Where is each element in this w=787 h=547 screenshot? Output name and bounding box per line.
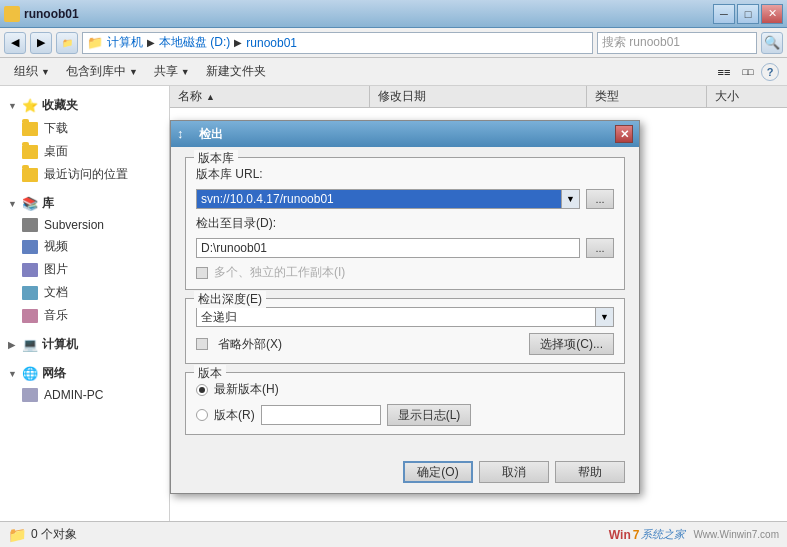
omit-external-checkbox[interactable] bbox=[196, 338, 208, 350]
dialog-title-bar: ↕ 检出 ✕ bbox=[171, 121, 639, 147]
repo-url-input-group: ▼ bbox=[196, 189, 580, 209]
download-folder-icon bbox=[22, 122, 38, 136]
win7-logo-text2: 7 bbox=[633, 528, 640, 542]
depth-dropdown-input[interactable]: 全递归 bbox=[196, 307, 596, 327]
new-folder-button[interactable]: 新建文件夹 bbox=[200, 61, 272, 83]
depth-dropdown-button[interactable]: ▼ bbox=[596, 307, 614, 327]
favorites-header[interactable]: ▼ ⭐ 收藏夹 bbox=[0, 94, 169, 117]
path-localdisk[interactable]: 本地磁盘 (D:) bbox=[159, 34, 230, 51]
toolbar-right: ≡≡ □□ ? bbox=[713, 61, 779, 83]
sidebar-item-desktop[interactable]: 桌面 bbox=[0, 140, 169, 163]
revision-row: 版本(R) 显示日志(L) bbox=[196, 404, 614, 426]
latest-version-row: 最新版本(H) bbox=[196, 381, 614, 398]
libraries-header[interactable]: ▼ 📚 库 bbox=[0, 192, 169, 215]
window-icon bbox=[4, 6, 20, 22]
view-icon-button[interactable]: □□ bbox=[737, 61, 759, 83]
checkout-dir-input[interactable] bbox=[196, 238, 580, 258]
share-arrow-icon: ▼ bbox=[181, 67, 190, 77]
maximize-button[interactable]: □ bbox=[737, 4, 759, 24]
repo-url-input-row: ▼ ... bbox=[196, 189, 614, 209]
ok-button[interactable]: 确定(O) bbox=[403, 461, 473, 483]
network-header[interactable]: ▼ 🌐 网络 bbox=[0, 362, 169, 385]
status-bar: 📁 0 个对象 Win 7 系统之家 Www.Winwin7.com bbox=[0, 521, 787, 547]
col-type-header[interactable]: 类型 bbox=[587, 86, 707, 107]
adminpc-icon bbox=[22, 388, 38, 402]
sidebar-item-adminpc[interactable]: ADMIN-PC bbox=[0, 385, 169, 405]
checkout-dialog: ↕ 检出 ✕ 版本库 版本库 URL: ▼ ... 检 bbox=[170, 120, 640, 494]
back-button[interactable]: ◀ bbox=[4, 32, 26, 54]
multiple-workcopies-checkbox[interactable] bbox=[196, 267, 208, 279]
network-section: ▼ 🌐 网络 ADMIN-PC bbox=[0, 362, 169, 405]
desktop-folder-icon bbox=[22, 145, 38, 159]
col-date-label: 修改日期 bbox=[378, 88, 426, 105]
dialog-body: 版本库 版本库 URL: ▼ ... 检出至目录(D): ... bbox=[171, 147, 639, 453]
view-list-button[interactable]: ≡≡ bbox=[713, 61, 735, 83]
col-date-header[interactable]: 修改日期 bbox=[370, 86, 587, 107]
sidebar-item-download[interactable]: 下载 bbox=[0, 117, 169, 140]
music-icon bbox=[22, 309, 38, 323]
repo-url-browse-button[interactable]: ... bbox=[586, 189, 614, 209]
subversion-icon bbox=[22, 218, 38, 232]
revision-radio[interactable] bbox=[196, 409, 208, 421]
sidebar: ▼ ⭐ 收藏夹 下载 桌面 最近访问的位置 ▼ 📚 库 bbox=[0, 86, 170, 521]
share-button[interactable]: 共享 ▼ bbox=[148, 61, 196, 83]
options-button[interactable]: 选择项(C)... bbox=[529, 333, 614, 355]
search-button[interactable]: 🔍 bbox=[761, 32, 783, 54]
dialog-close-button[interactable]: ✕ bbox=[615, 125, 633, 143]
col-name-label: 名称 bbox=[178, 88, 202, 105]
sidebar-item-recent[interactable]: 最近访问的位置 bbox=[0, 163, 169, 186]
sidebar-item-adminpc-label: ADMIN-PC bbox=[44, 388, 103, 402]
libraries-section: ▼ 📚 库 Subversion 视频 图片 文档 音乐 bbox=[0, 192, 169, 327]
include-library-label: 包含到库中 bbox=[66, 63, 126, 80]
new-folder-label: 新建文件夹 bbox=[206, 63, 266, 80]
sidebar-item-music[interactable]: 音乐 bbox=[0, 304, 169, 327]
libraries-label: 库 bbox=[42, 195, 54, 212]
repo-url-input[interactable] bbox=[196, 189, 562, 209]
path-computer[interactable]: 计算机 bbox=[107, 34, 143, 51]
col-name-header[interactable]: 名称 ▲ bbox=[170, 86, 370, 107]
sidebar-item-download-label: 下载 bbox=[44, 120, 68, 137]
version-section-label: 版本 bbox=[194, 365, 226, 382]
network-icon: 🌐 bbox=[22, 366, 38, 381]
revision-input[interactable] bbox=[261, 405, 381, 425]
computer-section: ▶ 💻 计算机 bbox=[0, 333, 169, 356]
sidebar-item-subversion-label: Subversion bbox=[44, 218, 104, 232]
help-button[interactable]: ? bbox=[761, 63, 779, 81]
depth-value: 全递归 bbox=[201, 309, 237, 326]
repo-url-dropdown-button[interactable]: ▼ bbox=[562, 189, 580, 209]
checkout-dir-input-row: ... bbox=[196, 238, 614, 258]
help-button[interactable]: 帮助 bbox=[555, 461, 625, 483]
path-sep1: ▶ bbox=[147, 37, 155, 48]
sidebar-item-documents[interactable]: 文档 bbox=[0, 281, 169, 304]
path-sep2: ▶ bbox=[234, 37, 242, 48]
organize-button[interactable]: 组织 ▼ bbox=[8, 61, 56, 83]
sidebar-item-music-label: 音乐 bbox=[44, 307, 68, 324]
folder-icon: 📁 bbox=[87, 35, 103, 50]
checkout-dir-browse-button[interactable]: ... bbox=[586, 238, 614, 258]
window-title: runoob01 bbox=[24, 7, 711, 21]
path-runoob01[interactable]: runoob01 bbox=[246, 36, 297, 50]
forward-button[interactable]: ▶ bbox=[30, 32, 52, 54]
computer-arrow-icon: ▶ bbox=[8, 340, 18, 350]
col-size-header[interactable]: 大小 bbox=[707, 86, 787, 107]
dialog-title-text: 检出 bbox=[199, 126, 615, 143]
favorites-icon: ⭐ bbox=[22, 98, 38, 113]
sidebar-item-video[interactable]: 视频 bbox=[0, 235, 169, 258]
computer-header[interactable]: ▶ 💻 计算机 bbox=[0, 333, 169, 356]
cancel-button[interactable]: 取消 bbox=[479, 461, 549, 483]
address-path[interactable]: 📁 计算机 ▶ 本地磁盘 (D:) ▶ runoob01 bbox=[82, 32, 593, 54]
sidebar-item-pictures[interactable]: 图片 bbox=[0, 258, 169, 281]
sidebar-item-video-label: 视频 bbox=[44, 238, 68, 255]
up-button[interactable]: 📁 bbox=[56, 32, 78, 54]
latest-version-radio[interactable] bbox=[196, 384, 208, 396]
folder-icon-status: 📁 bbox=[8, 526, 27, 544]
sidebar-item-subversion[interactable]: Subversion bbox=[0, 215, 169, 235]
multiple-workcopies-label: 多个、独立的工作副本(I) bbox=[214, 264, 345, 281]
col-type-label: 类型 bbox=[595, 88, 619, 105]
search-box[interactable]: 搜索 runoob01 bbox=[597, 32, 757, 54]
omit-external-row: 省略外部(X) 选择项(C)... bbox=[196, 333, 614, 355]
show-log-button[interactable]: 显示日志(L) bbox=[387, 404, 472, 426]
include-library-button[interactable]: 包含到库中 ▼ bbox=[60, 61, 144, 83]
minimize-button[interactable]: ─ bbox=[713, 4, 735, 24]
close-button[interactable]: ✕ bbox=[761, 4, 783, 24]
